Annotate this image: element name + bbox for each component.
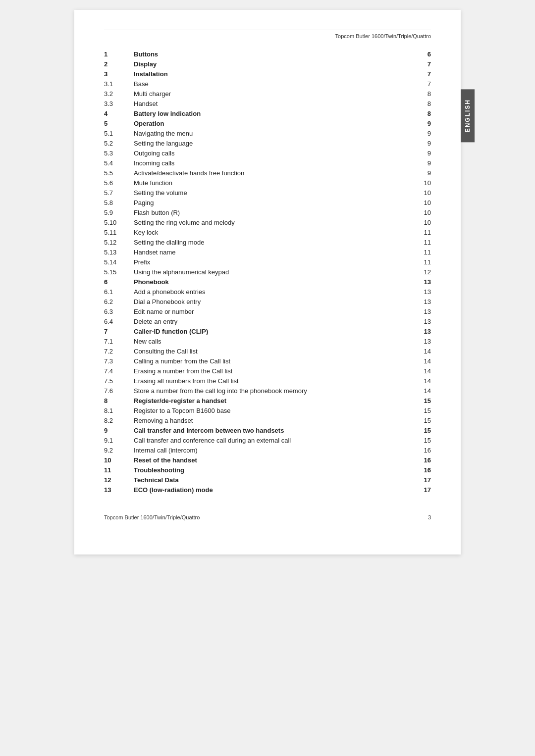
toc-number: 3.3	[104, 99, 134, 108]
toc-page: 16	[416, 455, 431, 465]
toc-title: Multi charger	[134, 89, 416, 99]
header-bar: Topcom Butler 1600/Twin/Triple/Quattro	[104, 30, 431, 39]
toc-number: 7.6	[104, 386, 134, 396]
toc-number: 7.5	[104, 376, 134, 386]
toc-row: 5.2Setting the language9	[104, 138, 431, 148]
toc-page: 13	[416, 326, 431, 336]
toc-number: 6	[104, 277, 134, 287]
toc-number: 1	[104, 49, 134, 59]
toc-number: 11	[104, 465, 134, 475]
toc-title: Buttons	[134, 49, 416, 59]
toc-number: 5.9	[104, 207, 134, 217]
toc-row: 10Reset of the handset16	[104, 455, 431, 465]
toc-row: 5.14Prefix11	[104, 257, 431, 267]
toc-row: 6.1Add a phonebook entries13	[104, 287, 431, 297]
footer-left: Topcom Butler 1600/Twin/Triple/Quattro	[104, 514, 200, 520]
toc-number: 5.10	[104, 217, 134, 227]
toc-number: 7.3	[104, 356, 134, 366]
toc-number: 6.3	[104, 306, 134, 316]
toc-title: Operation	[134, 118, 416, 128]
toc-row: 5.11Key lock11	[104, 227, 431, 237]
toc-number: 3.1	[104, 79, 134, 89]
toc-title: Base	[134, 79, 416, 89]
toc-title: Using the alphanumerical keypad	[134, 267, 416, 277]
toc-title: Battery low indication	[134, 108, 416, 118]
toc-row: 7.3Calling a number from the Call list14	[104, 356, 431, 366]
toc-page: 16	[416, 465, 431, 475]
toc-title: Flash button (R)	[134, 207, 416, 217]
toc-number: 6.1	[104, 287, 134, 297]
toc-number: 4	[104, 108, 134, 118]
toc-table: 1Buttons62Display73Installation73.1Base7…	[104, 49, 431, 495]
toc-page: 10	[416, 207, 431, 217]
toc-row: 5.3Outgoing calls9	[104, 148, 431, 158]
toc-number: 5.7	[104, 188, 134, 198]
toc-title: Register/de-register a handset	[134, 396, 416, 405]
english-tab: ENGLISH	[461, 89, 475, 142]
toc-page: 14	[416, 386, 431, 396]
toc-page: 6	[416, 49, 431, 59]
toc-page: 11	[416, 237, 431, 247]
toc-page: 14	[416, 366, 431, 376]
toc-row: 2Display7	[104, 59, 431, 69]
toc-title: Paging	[134, 198, 416, 207]
toc-row: 9Call transfer and Intercom between two …	[104, 425, 431, 435]
toc-title: Setting the ring volume and melody	[134, 217, 416, 227]
toc-number: 5.3	[104, 148, 134, 158]
toc-number: 3	[104, 69, 134, 79]
footer: Topcom Butler 1600/Twin/Triple/Quattro 3	[104, 514, 431, 520]
toc-row: 9.1Call transfer and conference call dur…	[104, 435, 431, 445]
toc-title: Activate/deactivate hands free function	[134, 168, 416, 178]
toc-title: Setting the language	[134, 138, 416, 148]
toc-page: 10	[416, 217, 431, 227]
toc-page: 13	[416, 277, 431, 287]
toc-row: 5.6Mute function10	[104, 178, 431, 188]
toc-title: ECO (low-radiation) mode	[134, 485, 416, 495]
toc-title: Installation	[134, 69, 416, 79]
toc-row: 7Caller-ID function (CLIP)13	[104, 326, 431, 336]
toc-page: 10	[416, 188, 431, 198]
toc-number: 7.4	[104, 366, 134, 376]
toc-page: 13	[416, 316, 431, 326]
toc-page: 9	[416, 148, 431, 158]
toc-title: Add a phonebook entries	[134, 287, 416, 297]
toc-page: 8	[416, 108, 431, 118]
toc-page: 9	[416, 158, 431, 168]
toc-row: 4Battery low indication8	[104, 108, 431, 118]
toc-row: 3.1Base7	[104, 79, 431, 89]
toc-page: 7	[416, 69, 431, 79]
toc-title: Call transfer and Intercom between two h…	[134, 425, 416, 435]
toc-page: 17	[416, 485, 431, 495]
toc-row: 5.12Setting the dialling mode11	[104, 237, 431, 247]
toc-title: Handset name	[134, 247, 416, 257]
toc-number: 8	[104, 396, 134, 405]
toc-title: Store a number from the call log into th…	[134, 386, 416, 396]
toc-number: 5.1	[104, 128, 134, 138]
toc-row: 7.1New calls13	[104, 336, 431, 346]
toc-title: Delete an entry	[134, 316, 416, 326]
toc-number: 2	[104, 59, 134, 69]
toc-page: 13	[416, 306, 431, 316]
toc-title: Prefix	[134, 257, 416, 267]
toc-number: 9	[104, 425, 134, 435]
toc-title: Incoming calls	[134, 158, 416, 168]
toc-page: 15	[416, 435, 431, 445]
toc-page: 13	[416, 287, 431, 297]
toc-number: 5.13	[104, 247, 134, 257]
toc-number: 9.2	[104, 445, 134, 455]
toc-title: Edit name or number	[134, 306, 416, 316]
toc-page: 9	[416, 138, 431, 148]
toc-page: 15	[416, 415, 431, 425]
toc-page: 15	[416, 396, 431, 405]
toc-title: Dial a Phonebook entry	[134, 297, 416, 306]
toc-number: 5.14	[104, 257, 134, 267]
toc-number: 12	[104, 475, 134, 485]
toc-number: 5.11	[104, 227, 134, 237]
toc-row: 11Troubleshooting16	[104, 465, 431, 475]
toc-title: Internal call (intercom)	[134, 445, 416, 455]
toc-title: Display	[134, 59, 416, 69]
toc-page: 11	[416, 227, 431, 237]
toc-row: 7.5Erasing all numbers from the Call lis…	[104, 376, 431, 386]
toc-number: 9.1	[104, 435, 134, 445]
toc-number: 5.2	[104, 138, 134, 148]
